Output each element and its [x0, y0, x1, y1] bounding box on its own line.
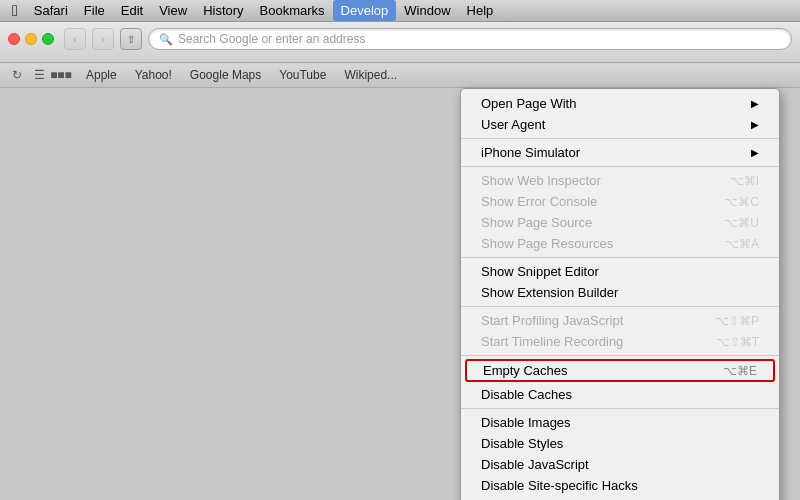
- menu-item-label: Open Page With: [481, 96, 576, 111]
- menu-item-label: Disable Site-specific Hacks: [481, 478, 638, 493]
- menu-show-page-resources[interactable]: Show Page Resources ⌥⌘A: [461, 233, 779, 254]
- shortcut-error-console: ⌥⌘C: [724, 195, 759, 209]
- separator-5: [461, 355, 779, 356]
- shortcut-page-source: ⌥⌘U: [724, 216, 759, 230]
- shortcut-profiling: ⌥⇧⌘P: [715, 314, 759, 328]
- menu-show-page-source[interactable]: Show Page Source ⌥⌘U: [461, 212, 779, 233]
- menu-disable-caches[interactable]: Disable Caches: [461, 384, 779, 405]
- menubar-help[interactable]: Help: [459, 0, 502, 21]
- menu-empty-caches[interactable]: Empty Caches ⌥⌘E: [467, 361, 773, 380]
- menu-iphone-simulator[interactable]: iPhone Simulator: [461, 142, 779, 163]
- shortcut-web-inspector: ⌥⌘I: [730, 174, 759, 188]
- menubar-history[interactable]: History: [195, 0, 251, 21]
- menu-item-label: Disable Caches: [481, 387, 572, 402]
- browser-chrome: ‹ › ⇧ 🔍 Search Google or enter an addres…: [0, 22, 800, 63]
- menu-item-label: User Agent: [481, 117, 545, 132]
- menu-show-error-console[interactable]: Show Error Console ⌥⌘C: [461, 191, 779, 212]
- menu-disable-javascript[interactable]: Disable JavaScript: [461, 454, 779, 475]
- forward-button[interactable]: ›: [92, 28, 114, 50]
- separator-3: [461, 257, 779, 258]
- menu-item-label: Show Snippet Editor: [481, 264, 599, 279]
- minimize-button[interactable]: [25, 33, 37, 45]
- separator-4: [461, 306, 779, 307]
- develop-dropdown-menu: Open Page With User Agent iPhone Simulat…: [460, 88, 780, 500]
- empty-caches-highlight: Empty Caches ⌥⌘E: [465, 359, 775, 382]
- separator-2: [461, 166, 779, 167]
- browser-controls: ‹ › ⇧ 🔍 Search Google or enter an addres…: [8, 28, 792, 50]
- search-icon: 🔍: [159, 33, 173, 46]
- maximize-button[interactable]: [42, 33, 54, 45]
- menubar:  Safari File Edit View History Bookmark…: [0, 0, 800, 22]
- bm-youtube[interactable]: YouTube: [271, 66, 334, 84]
- traffic-lights: [8, 33, 54, 45]
- menu-disable-local-file[interactable]: Disable Local File Restrictions: [461, 496, 779, 500]
- menubar-edit[interactable]: Edit: [113, 0, 151, 21]
- menu-item-label: Disable JavaScript: [481, 457, 589, 472]
- menubar-safari[interactable]: Safari: [26, 0, 76, 21]
- bm-apple[interactable]: Apple: [78, 66, 125, 84]
- share-button[interactable]: ⇧: [120, 28, 142, 50]
- menu-open-page-with[interactable]: Open Page With: [461, 93, 779, 114]
- reading-list-icon[interactable]: ☰: [30, 66, 48, 84]
- address-text: Search Google or enter an address: [178, 32, 365, 46]
- menu-item-label: Start Profiling JavaScript: [481, 313, 623, 328]
- shortcut-page-resources: ⌥⌘A: [725, 237, 759, 251]
- history-icon[interactable]: ↻: [8, 66, 26, 84]
- menu-show-web-inspector[interactable]: Show Web Inspector ⌥⌘I: [461, 170, 779, 191]
- bm-googlemaps[interactable]: Google Maps: [182, 66, 269, 84]
- menu-item-label: Start Timeline Recording: [481, 334, 623, 349]
- menu-item-label: Show Error Console: [481, 194, 597, 209]
- menu-item-label: Disable Styles: [481, 436, 563, 451]
- menubar-develop[interactable]: Develop: [333, 0, 397, 21]
- menu-show-snippet-editor[interactable]: Show Snippet Editor: [461, 261, 779, 282]
- menu-user-agent[interactable]: User Agent: [461, 114, 779, 135]
- menubar-apple[interactable]: : [4, 0, 26, 21]
- menu-item-label: Show Page Resources: [481, 236, 613, 251]
- bookmarks-bar: ↻ ☰ ■■■ Apple Yahoo! Google Maps YouTube…: [0, 63, 800, 88]
- close-button[interactable]: [8, 33, 20, 45]
- menubar-file[interactable]: File: [76, 0, 113, 21]
- separator-6: [461, 408, 779, 409]
- bm-yahoo[interactable]: Yahoo!: [127, 66, 180, 84]
- address-bar[interactable]: 🔍 Search Google or enter an address: [148, 28, 792, 50]
- menu-item-label: iPhone Simulator: [481, 145, 580, 160]
- menu-item-label: Disable Images: [481, 415, 571, 430]
- content-area: Open Page With User Agent iPhone Simulat…: [0, 88, 800, 468]
- shortcut-timeline: ⌥⇧⌘T: [716, 335, 759, 349]
- back-button[interactable]: ‹: [64, 28, 86, 50]
- bm-icons: ↻ ☰ ■■■: [8, 66, 70, 84]
- menu-disable-site-hacks[interactable]: Disable Site-specific Hacks: [461, 475, 779, 496]
- menu-item-label: Show Extension Builder: [481, 285, 618, 300]
- menu-item-label: Empty Caches: [483, 363, 568, 378]
- bm-wikipedia[interactable]: Wikiped...: [336, 66, 405, 84]
- top-sites-icon[interactable]: ■■■: [52, 66, 70, 84]
- menu-show-extension-builder[interactable]: Show Extension Builder: [461, 282, 779, 303]
- menu-start-timeline-recording[interactable]: Start Timeline Recording ⌥⇧⌘T: [461, 331, 779, 352]
- menubar-window[interactable]: Window: [396, 0, 458, 21]
- menu-disable-images[interactable]: Disable Images: [461, 412, 779, 433]
- menu-item-label: Show Web Inspector: [481, 173, 601, 188]
- menu-start-profiling-js[interactable]: Start Profiling JavaScript ⌥⇧⌘P: [461, 310, 779, 331]
- menubar-view[interactable]: View: [151, 0, 195, 21]
- separator-1: [461, 138, 779, 139]
- menu-disable-styles[interactable]: Disable Styles: [461, 433, 779, 454]
- shortcut-empty-caches: ⌥⌘E: [723, 364, 757, 378]
- menu-item-label: Show Page Source: [481, 215, 592, 230]
- menubar-bookmarks[interactable]: Bookmarks: [252, 0, 333, 21]
